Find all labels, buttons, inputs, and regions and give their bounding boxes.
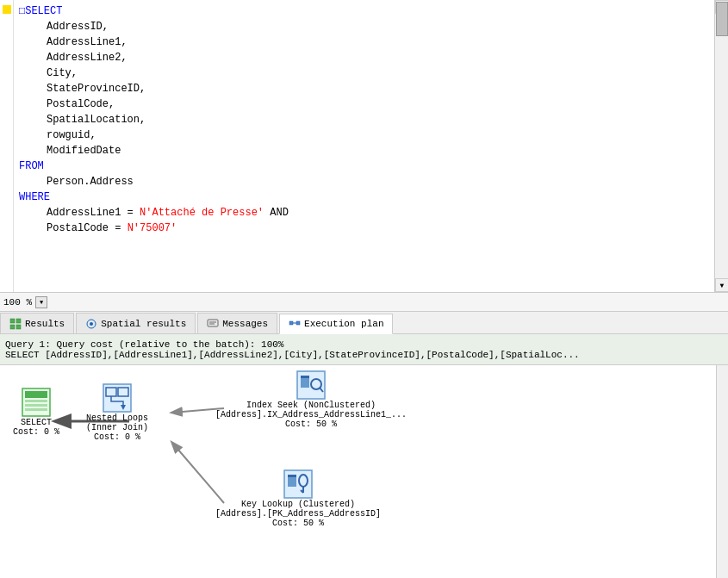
scrollbar-thumb[interactable] (716, 2, 728, 36)
select-label: SELECT (21, 418, 52, 427)
svg-rect-18 (25, 404, 47, 407)
svg-rect-0 (10, 319, 15, 323)
tab-execution-plan[interactable]: Execution plan (279, 314, 393, 334)
svg-rect-1 (16, 319, 21, 323)
zoom-value: 100 % (3, 297, 32, 308)
exec-scrollbar-vertical[interactable] (716, 365, 728, 578)
scroll-down-arrow[interactable]: ▼ (715, 278, 728, 292)
sql-line-6: StateProvinceID, (19, 81, 709, 96)
svg-rect-9 (289, 321, 293, 325)
results-line-2: SELECT [AddressID],[AddressLine1],[Addre… (5, 350, 723, 360)
editor-content[interactable]: □SELECT AddressID, AddressLine1, Address… (14, 0, 714, 292)
zoom-bar: 100 % ▼ (0, 293, 728, 312)
tab-results-label: Results (25, 319, 65, 329)
sql-line-13: WHERE (19, 190, 709, 205)
svg-rect-6 (208, 320, 218, 326)
sql-line-15: PostalCode = N'75007' (19, 221, 709, 236)
key-lookup-cost: Cost: 50 % (272, 519, 324, 528)
tab-messages[interactable]: Messages (197, 313, 277, 333)
tab-spatial[interactable]: Spatial results (76, 313, 196, 333)
key-lookup-sublabel: [Address].[PK_Address_AddressID] (215, 509, 381, 519)
nested-loops-sublabel: (Inner Join) (86, 423, 148, 432)
index-seek-label: Index Seek (NonClustered) (246, 401, 376, 410)
plan-icon (289, 318, 301, 330)
svg-rect-26 (301, 376, 309, 378)
svg-point-5 (90, 322, 93, 326)
svg-rect-31 (288, 475, 296, 477)
svg-rect-10 (296, 321, 300, 325)
tabs-bar: Results Spatial results Messages (0, 312, 728, 334)
node-key-lookup[interactable]: Key Lookup (Clustered) [Address].[PK_Add… (215, 469, 381, 528)
index-seek-icon (296, 370, 327, 401)
results-line-1: Query 1: Query cost (relative to the bat… (5, 339, 723, 350)
sql-line-5: City, (19, 65, 709, 81)
sql-editor: □SELECT AddressID, AddressLine1, Address… (0, 0, 728, 293)
nested-loops-icon (102, 382, 133, 413)
svg-rect-20 (103, 384, 131, 412)
sql-line-2: AddressID, (19, 19, 709, 34)
node-nested-loops[interactable]: Nested Loops (Inner Join) Cost: 0 % (86, 382, 148, 442)
sql-line-14: AddressLine1 = N'Attaché de Presse' AND (19, 205, 709, 221)
tab-plan-label: Execution plan (304, 319, 383, 329)
editor-scrollbar[interactable]: ▲ ▼ (714, 0, 728, 292)
select-icon (21, 387, 52, 418)
sql-line-3: AddressLine1, (19, 34, 709, 50)
svg-rect-2 (10, 325, 15, 329)
sql-line-7: PostalCode, (19, 96, 709, 112)
node-select[interactable]: SELECT Cost: 0 % (13, 387, 59, 437)
map-icon (85, 318, 97, 330)
node-index-seek[interactable]: Index Seek (NonClustered) [Address].IX_A… (215, 370, 407, 429)
sql-line-4: AddressLine2, (19, 50, 709, 65)
tab-results[interactable]: Results (0, 313, 74, 333)
nested-loops-cost: Cost: 0 % (94, 432, 140, 442)
tab-spatial-label: Spatial results (101, 319, 186, 329)
sql-line-12: Person.Address (19, 174, 709, 190)
index-seek-cost: Cost: 50 % (285, 420, 337, 429)
svg-rect-16 (25, 391, 47, 398)
grid-icon (9, 318, 22, 330)
sql-line-9: rowguid, (19, 127, 709, 143)
sql-line-10: ModifiedDate (19, 143, 709, 158)
sql-line-1: □SELECT (19, 3, 709, 19)
editor-gutter (0, 0, 14, 292)
key-lookup-icon (283, 469, 314, 500)
gutter-marker (3, 5, 11, 14)
tab-messages-label: Messages (222, 319, 268, 329)
message-icon (207, 318, 219, 330)
svg-rect-19 (25, 408, 47, 411)
zoom-dropdown-button[interactable]: ▼ (35, 296, 47, 308)
sql-keyword: □SELECT (19, 5, 62, 17)
key-lookup-label: Key Lookup (Clustered) (241, 500, 355, 509)
svg-rect-3 (16, 325, 21, 329)
sql-line-11: FROM (19, 158, 709, 174)
sql-line-8: SpatialLocation, (19, 112, 709, 127)
index-seek-sublabel: [Address].IX_Address_AddressLine1_... (215, 410, 407, 420)
select-cost: Cost: 0 % (13, 427, 59, 437)
execution-plan-area[interactable]: SELECT Cost: 0 % Nested Loops (Inner Joi… (0, 365, 728, 578)
results-bar: Query 1: Query cost (relative to the bat… (0, 334, 728, 365)
nested-loops-label: Nested Loops (86, 413, 148, 423)
svg-rect-17 (25, 400, 47, 402)
